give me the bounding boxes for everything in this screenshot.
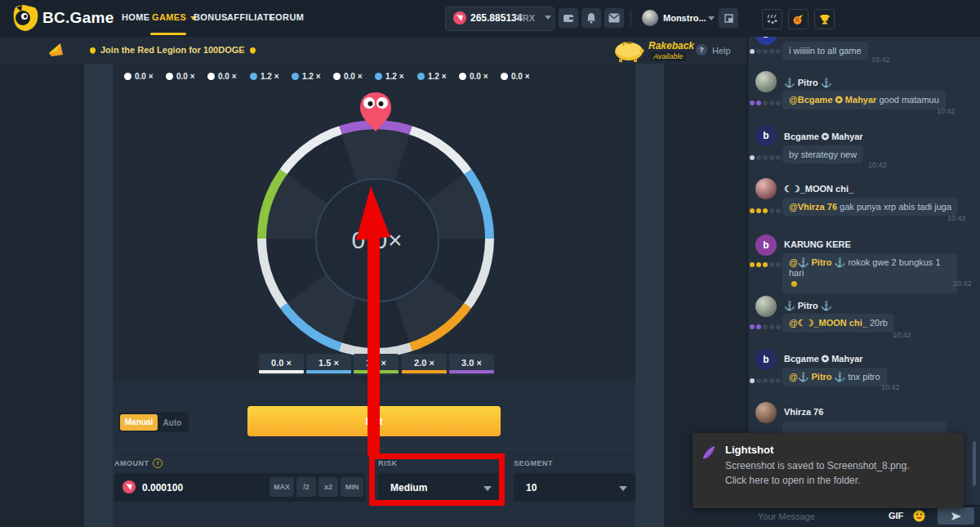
notification-line2[interactable]: Click here to open in the folder. [725,475,860,486]
send-button[interactable] [938,507,974,525]
chat-message[interactable]: @⚓ Pitro ⚓ tnx pitro [782,368,887,386]
badge-row [750,378,781,383]
chat-message[interactable]: i wiiiiin to all game [782,42,868,60]
chat-message[interactable]: @Bcgame ✪ Mahyar good matamuu [782,91,946,109]
risk-chevron-icon[interactable] [483,486,492,491]
history-chip[interactable]: 0.0 × [459,69,488,83]
wheel-result: 0.0× [315,178,439,302]
timestamp: 10:42 [947,214,966,222]
history-chip[interactable]: 0.0 × [501,69,530,83]
segment-label: SEGMENT [514,459,553,467]
username[interactable]: Monstro... [663,13,706,23]
help-label[interactable]: Help [712,46,731,56]
contest-button[interactable] [814,9,835,29]
nav-home[interactable]: HOME [122,12,150,22]
chat-username[interactable]: ⚓ Pitro ⚓ [784,78,832,88]
mention[interactable]: @Vhirza 76 [789,202,837,212]
chat-message[interactable]: @Vhirza 76 gak punya xrp abis tadi juga [782,198,958,216]
nav-bonus[interactable]: BONUS [194,12,228,22]
svg-text:B: B [795,17,800,23]
chat-message[interactable]: @⚓ Pitro ⚓ rokok gwe 2 bungkus 1 hari☻ [782,253,957,293]
chat-username[interactable]: ⚓ Pitro ⚓ [784,301,832,311]
wallet-icon [563,12,574,24]
notification-title: Lightshot [725,444,773,456]
nav-forum[interactable]: FORUM [270,12,304,22]
badge-row [750,208,781,213]
user-menu-chevron-icon[interactable] [708,16,715,20]
chat-username[interactable]: Vhirza 76 [784,407,823,417]
chat-message[interactable]: @☾☽_MOON chi_ 20rb [782,314,894,333]
currency-chevron-icon[interactable] [545,16,551,20]
risk-label: RISK [378,459,398,467]
trophy-icon [819,14,831,25]
info-icon[interactable]: i [153,458,163,468]
balance-currency[interactable]: TRX [517,13,535,23]
history-chip[interactable]: 0.0 × [166,69,195,83]
avatar[interactable]: b [755,234,777,256]
messages-button[interactable] [604,8,624,28]
mention[interactable]: @☾☽_MOON chi_ [789,318,867,328]
history-chip[interactable]: 1.2 × [417,69,447,83]
rain-button[interactable] [762,9,782,29]
balance-value: 265.885134 [470,12,522,24]
avatar[interactable]: b [755,37,777,45]
max-button[interactable]: MAX [270,477,294,497]
badge-row [750,262,781,267]
history-chip[interactable]: 0.0 × [124,69,154,83]
help-icon[interactable]: ? [696,44,707,56]
legend-item: 0.0 × [259,354,304,375]
timestamp: 10:42 [953,279,972,288]
coindrop-button[interactable]: B [788,9,808,29]
half-button[interactable]: /2 [296,477,316,497]
mention[interactable]: @Bcgame ✪ Mahyar [789,95,876,105]
wallet-button[interactable] [559,8,578,28]
rakeback-title[interactable]: Rakeback [648,40,694,51]
bcgame-logo-icon[interactable] [11,4,39,32]
chat-username[interactable]: ☾☽_MOON chi_ [784,184,853,194]
amount-value: 0.000100 [142,482,183,494]
logo-text[interactable]: BC.Game [42,9,114,27]
rain-icon [767,14,777,25]
message-input[interactable]: Your Message [758,511,815,521]
history-chip[interactable]: 1.2 × [250,69,279,83]
history-chip[interactable]: 0.0 × [207,69,237,83]
history-chip[interactable]: 0.0 × [333,69,363,83]
chat-username[interactable]: KARUNG KERE [784,239,851,249]
avatar[interactable]: b [755,349,777,370]
piggy-bank-icon[interactable] [611,38,647,62]
avatar[interactable] [755,402,777,423]
chat-username[interactable]: Bcgame ✪ Mahyar [784,354,863,364]
mention[interactable]: @⚓ Pitro ⚓ [789,257,845,267]
result-dot-icon [333,73,341,80]
segment-value: 10 [526,482,537,494]
result-dot-icon [375,73,382,80]
history-chip[interactable]: 1.2 × [375,69,404,83]
manual-tab[interactable]: Manual [120,414,158,431]
avatar[interactable] [755,71,777,92]
double-button[interactable]: x2 [318,477,338,497]
owl-pointer-icon [357,91,394,133]
avatar[interactable] [755,178,777,199]
chat-username[interactable]: Bcgame ✪ Mahyar [784,132,863,142]
nav-games[interactable]: GAMES [152,12,197,22]
emoji-icon[interactable] [913,510,925,522]
avatar[interactable]: b [755,125,777,146]
mention[interactable]: @⚓ Pitro ⚓ [789,372,845,382]
announcement-text[interactable]: Join the Red Legion for 100DOGE [85,45,261,55]
bulb-icon [250,47,256,53]
auto-tab[interactable]: Auto [158,418,187,427]
chat-message[interactable]: by sterategy new [782,145,863,163]
avatar[interactable] [755,296,777,317]
chat-scrollbar[interactable] [973,441,976,486]
avatar[interactable] [642,10,658,26]
theatre-mode-button[interactable] [719,8,738,28]
gif-button[interactable]: GIF [889,511,903,520]
notifications-button[interactable] [581,8,601,28]
megaphone-icon [47,42,67,58]
bet-button[interactable]: Bet [247,406,501,436]
min-button[interactable]: MIN [341,477,363,497]
nav-affiliate[interactable]: AFFILIATE [227,12,275,22]
laugh-emoji-icon: ☻ [789,278,800,289]
segment-chevron-icon[interactable] [619,486,627,491]
history-chip[interactable]: 1.2 × [292,69,321,83]
